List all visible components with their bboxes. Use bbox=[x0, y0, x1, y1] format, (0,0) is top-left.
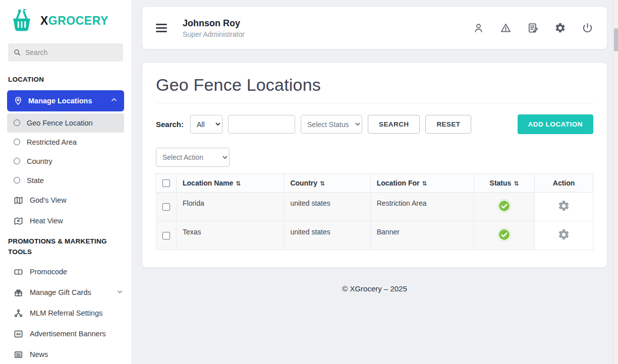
section-title-location: LOCATION bbox=[0, 70, 131, 89]
gear-icon[interactable] bbox=[554, 22, 566, 34]
news-icon bbox=[14, 350, 23, 359]
sidebar-item-label: Country bbox=[27, 157, 52, 165]
hamburger-menu-icon[interactable] bbox=[156, 20, 168, 36]
sidebar-item-heat-view[interactable]: Heat View bbox=[0, 211, 131, 231]
logo-text: XGROCERY bbox=[40, 14, 108, 28]
gift-icon bbox=[14, 288, 23, 297]
select-all-checkbox[interactable] bbox=[162, 179, 170, 187]
cell-status bbox=[474, 221, 534, 250]
app-root: XGROCERY LOCATION Manage Locations Geo F… bbox=[0, 0, 618, 364]
radio-circle-icon bbox=[14, 177, 20, 184]
filter-row: Search: All Select Status SEARCH RESET A… bbox=[156, 114, 593, 134]
sidebar-item-news[interactable]: News bbox=[0, 344, 131, 364]
content-card: Geo Fence Locations Search: All Select S… bbox=[142, 63, 607, 267]
search-type-select[interactable]: All bbox=[190, 115, 222, 134]
sidebar-item-state[interactable]: State bbox=[7, 171, 124, 190]
status-filter-select[interactable]: Select Status bbox=[301, 115, 362, 134]
select-all-header-cell bbox=[156, 174, 177, 193]
sidebar-item-promocode[interactable]: Promocode bbox=[0, 262, 131, 282]
cell-action bbox=[535, 193, 593, 221]
power-icon[interactable] bbox=[582, 22, 593, 34]
sidebar-item-label: Geo Fence Location bbox=[27, 119, 93, 127]
sidebar-search-box bbox=[8, 43, 123, 62]
sidebar-item-country[interactable]: Country bbox=[7, 152, 124, 171]
chevron-up-icon bbox=[110, 96, 118, 105]
search-button[interactable]: SEARCH bbox=[368, 115, 420, 134]
bulk-action-select[interactable]: Select Action bbox=[156, 148, 230, 167]
row-checkbox-cell bbox=[156, 193, 177, 221]
column-label: Country bbox=[290, 179, 317, 187]
search-term-input[interactable] bbox=[228, 115, 295, 134]
location-pin-icon bbox=[14, 96, 23, 105]
search-icon bbox=[13, 48, 21, 56]
sidebar-item-mlm-referral-settings[interactable]: MLM Referral Settings bbox=[0, 303, 131, 324]
sidebar-item-advertisement-banners[interactable]: Ad Advertisement Banners bbox=[0, 324, 131, 344]
radio-circle-icon bbox=[14, 158, 20, 164]
locations-table: Location Name⇅ Country⇅ Location For⇅ St… bbox=[156, 173, 593, 250]
user-icon[interactable] bbox=[473, 22, 484, 34]
column-header-status[interactable]: Status⇅ bbox=[474, 174, 534, 193]
column-header-location-for[interactable]: Location For⇅ bbox=[370, 174, 474, 193]
sidebar-item-manage-gift-cards[interactable]: Manage Gift Cards bbox=[0, 282, 131, 303]
status-active-icon bbox=[497, 199, 511, 213]
table-row: Texas united states Banner bbox=[156, 221, 593, 250]
sidebar-item-label: Advertisement Banners bbox=[30, 330, 106, 338]
page-title: Geo Fence Locations bbox=[156, 75, 593, 95]
column-header-country[interactable]: Country⇅ bbox=[284, 174, 370, 193]
sidebar-item-label: State bbox=[27, 176, 44, 185]
chevron-down-icon bbox=[117, 288, 123, 296]
radio-circle-icon bbox=[14, 119, 20, 126]
column-label: Location Name bbox=[183, 179, 233, 187]
column-header-location-name[interactable]: Location Name⇅ bbox=[177, 174, 284, 193]
user-block: Johnson Roy Super Administrator bbox=[183, 18, 245, 38]
sidebar-item-label: News bbox=[30, 350, 48, 358]
logo[interactable]: XGROCERY bbox=[0, 0, 131, 40]
window-scrollbar-track[interactable] bbox=[613, 0, 618, 364]
logo-text-x: X bbox=[40, 14, 48, 27]
sidebar-item-label: God's View bbox=[30, 196, 67, 204]
sidebar-item-label: MLM Referral Settings bbox=[30, 309, 102, 317]
cell-location-name: Texas bbox=[177, 221, 284, 250]
window-scrollbar-thumb[interactable] bbox=[614, 28, 618, 51]
top-header-bar: Johnson Roy Super Administrator bbox=[142, 7, 607, 49]
sidebar-item-label: Manage Locations bbox=[28, 97, 92, 105]
row-settings-gear-icon[interactable] bbox=[557, 228, 570, 241]
add-location-button[interactable]: ADD LOCATION bbox=[518, 114, 594, 134]
sidebar-item-manage-locations[interactable]: Manage Locations bbox=[7, 90, 124, 111]
sidebar-item-gods-view[interactable]: God's View bbox=[0, 190, 131, 211]
sort-icon: ⇅ bbox=[514, 180, 519, 187]
main-area: Johnson Roy Super Administrator bbox=[131, 0, 618, 364]
row-checkbox[interactable] bbox=[162, 232, 170, 239]
cell-country: united states bbox=[284, 221, 370, 250]
sidebar-item-label: Manage Gift Cards bbox=[30, 288, 91, 296]
sort-icon: ⇅ bbox=[236, 180, 241, 187]
sidebar: XGROCERY LOCATION Manage Locations Geo F… bbox=[0, 0, 131, 364]
column-label: Action bbox=[553, 179, 575, 187]
bulk-action-row: Select Action bbox=[156, 148, 593, 167]
page-title-wrap: Geo Fence Locations bbox=[156, 75, 593, 103]
sidebar-search-input[interactable] bbox=[25, 48, 118, 56]
cell-action bbox=[535, 221, 593, 250]
row-settings-gear-icon[interactable] bbox=[557, 200, 570, 212]
sidebar-item-restricted-area[interactable]: Restricted Area bbox=[7, 133, 124, 152]
column-label: Location For bbox=[377, 179, 420, 187]
map-icon bbox=[14, 196, 23, 205]
sidebar-item-geo-fence-location[interactable]: Geo Fence Location bbox=[7, 113, 124, 133]
cell-location-name: Florida bbox=[177, 193, 284, 221]
basket-logo-icon bbox=[8, 7, 35, 34]
user-role: Super Administrator bbox=[183, 30, 245, 38]
network-icon bbox=[14, 309, 23, 318]
warning-icon[interactable] bbox=[500, 22, 512, 34]
cell-status bbox=[474, 193, 534, 221]
cell-location-for: Restriction Area bbox=[370, 193, 474, 221]
reset-button[interactable]: RESET bbox=[425, 115, 471, 134]
map-icon bbox=[14, 216, 23, 226]
radio-circle-icon bbox=[14, 139, 20, 145]
svg-text:Ad: Ad bbox=[16, 332, 21, 336]
sidebar-item-label: Restricted Area bbox=[27, 138, 77, 146]
sort-icon: ⇅ bbox=[422, 180, 427, 187]
row-checkbox[interactable] bbox=[162, 203, 170, 211]
form-edit-icon[interactable] bbox=[527, 22, 539, 34]
status-active-icon bbox=[497, 228, 511, 241]
section-title-promotions: PROMOTIONS & MARKETING TOOLS bbox=[0, 231, 131, 262]
